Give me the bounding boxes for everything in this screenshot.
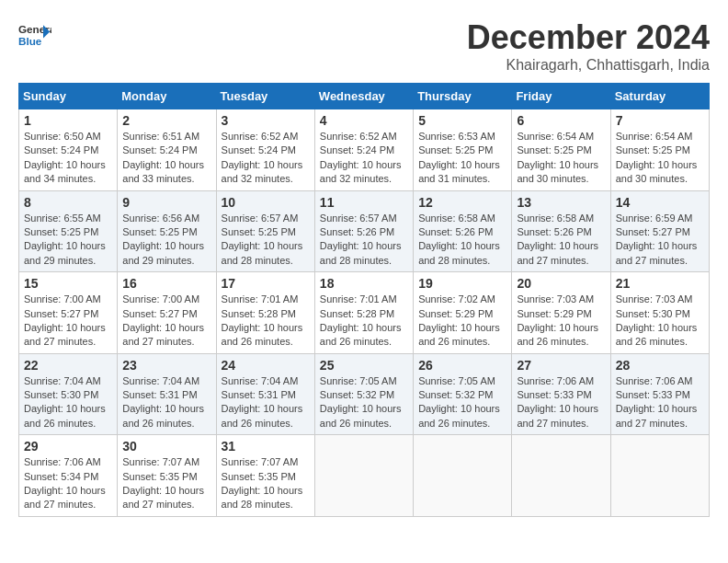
calendar-header-row: Sunday Monday Tuesday Wednesday Thursday… [19, 84, 710, 109]
day-info: Sunrise: 7:01 AM Sunset: 5:28 PM Dayligh… [222, 293, 310, 350]
table-row: 4 Sunrise: 6:52 AM Sunset: 5:24 PM Dayli… [314, 109, 413, 191]
day-info: Sunrise: 6:53 AM Sunset: 5:25 PM Dayligh… [418, 130, 506, 187]
day-number: 29 [24, 439, 112, 454]
table-row: 3 Sunrise: 6:52 AM Sunset: 5:24 PM Dayli… [216, 109, 314, 191]
day-info: Sunrise: 7:06 AM Sunset: 5:33 PM Dayligh… [517, 374, 605, 431]
day-number: 6 [517, 113, 605, 128]
header-sunday: Sunday [19, 84, 118, 109]
table-row: 11 Sunrise: 6:57 AM Sunset: 5:26 PM Dayl… [314, 190, 413, 272]
svg-text:Blue: Blue [18, 35, 42, 47]
day-number: 3 [222, 113, 310, 128]
day-number: 21 [616, 276, 704, 291]
logo: General Blue [18, 18, 51, 52]
table-row: 1 Sunrise: 6:50 AM Sunset: 5:24 PM Dayli… [19, 109, 118, 191]
day-info: Sunrise: 6:51 AM Sunset: 5:24 PM Dayligh… [122, 130, 210, 187]
day-number: 23 [122, 358, 210, 373]
calendar-week-row: 8 Sunrise: 6:55 AM Sunset: 5:25 PM Dayli… [19, 190, 710, 272]
day-info: Sunrise: 7:06 AM Sunset: 5:34 PM Dayligh… [24, 455, 112, 512]
table-row: 25 Sunrise: 7:05 AM Sunset: 5:32 PM Dayl… [314, 353, 413, 435]
title-section: December 2024 Khairagarh, Chhattisgarh, … [467, 18, 710, 74]
header-thursday: Thursday [414, 84, 512, 109]
day-info: Sunrise: 6:55 AM Sunset: 5:25 PM Dayligh… [24, 212, 112, 269]
table-row: 19 Sunrise: 7:02 AM Sunset: 5:29 PM Dayl… [414, 272, 512, 354]
month-title: December 2024 [467, 18, 710, 57]
day-info: Sunrise: 7:04 AM Sunset: 5:31 PM Dayligh… [222, 374, 310, 431]
table-row: 18 Sunrise: 7:01 AM Sunset: 5:28 PM Dayl… [314, 272, 413, 354]
header-saturday: Saturday [610, 84, 709, 109]
page-header: General Blue December 2024 Khairagarh, C… [18, 18, 710, 74]
header-friday: Friday [512, 84, 610, 109]
day-info: Sunrise: 7:07 AM Sunset: 5:35 PM Dayligh… [122, 455, 210, 512]
day-number: 25 [320, 358, 408, 373]
table-row [610, 435, 709, 517]
day-number: 7 [616, 113, 704, 128]
day-info: Sunrise: 6:58 AM Sunset: 5:26 PM Dayligh… [418, 212, 506, 269]
table-row: 26 Sunrise: 7:05 AM Sunset: 5:32 PM Dayl… [414, 353, 512, 435]
table-row: 9 Sunrise: 6:56 AM Sunset: 5:25 PM Dayli… [118, 190, 216, 272]
table-row: 24 Sunrise: 7:04 AM Sunset: 5:31 PM Dayl… [216, 353, 314, 435]
table-row: 7 Sunrise: 6:54 AM Sunset: 5:25 PM Dayli… [610, 109, 709, 191]
day-info: Sunrise: 7:00 AM Sunset: 5:27 PM Dayligh… [24, 293, 112, 350]
table-row [512, 435, 610, 517]
table-row: 23 Sunrise: 7:04 AM Sunset: 5:31 PM Dayl… [118, 353, 216, 435]
day-number: 19 [418, 276, 506, 291]
day-info: Sunrise: 7:04 AM Sunset: 5:30 PM Dayligh… [24, 374, 112, 431]
day-number: 12 [418, 195, 506, 210]
day-info: Sunrise: 7:07 AM Sunset: 5:35 PM Dayligh… [222, 455, 310, 512]
calendar-week-row: 29 Sunrise: 7:06 AM Sunset: 5:34 PM Dayl… [19, 435, 710, 517]
day-info: Sunrise: 7:00 AM Sunset: 5:27 PM Dayligh… [122, 293, 210, 350]
day-info: Sunrise: 7:01 AM Sunset: 5:28 PM Dayligh… [320, 293, 408, 350]
day-number: 15 [24, 276, 112, 291]
day-number: 27 [517, 358, 605, 373]
day-number: 10 [222, 195, 310, 210]
day-number: 30 [122, 439, 210, 454]
day-number: 28 [616, 358, 704, 373]
day-info: Sunrise: 6:59 AM Sunset: 5:27 PM Dayligh… [616, 212, 704, 269]
day-number: 9 [122, 195, 210, 210]
day-info: Sunrise: 6:58 AM Sunset: 5:26 PM Dayligh… [517, 212, 605, 269]
table-row [314, 435, 413, 517]
day-number: 26 [418, 358, 506, 373]
day-number: 5 [418, 113, 506, 128]
day-info: Sunrise: 7:04 AM Sunset: 5:31 PM Dayligh… [122, 374, 210, 431]
day-number: 1 [24, 113, 112, 128]
day-number: 4 [320, 113, 408, 128]
day-number: 13 [517, 195, 605, 210]
day-info: Sunrise: 6:56 AM Sunset: 5:25 PM Dayligh… [122, 212, 210, 269]
table-row: 12 Sunrise: 6:58 AM Sunset: 5:26 PM Dayl… [414, 190, 512, 272]
day-number: 16 [122, 276, 210, 291]
day-number: 11 [320, 195, 408, 210]
table-row: 30 Sunrise: 7:07 AM Sunset: 5:35 PM Dayl… [118, 435, 216, 517]
day-info: Sunrise: 6:57 AM Sunset: 5:26 PM Dayligh… [320, 212, 408, 269]
table-row: 15 Sunrise: 7:00 AM Sunset: 5:27 PM Dayl… [19, 272, 118, 354]
day-info: Sunrise: 6:54 AM Sunset: 5:25 PM Dayligh… [616, 130, 704, 187]
calendar-body: 1 Sunrise: 6:50 AM Sunset: 5:24 PM Dayli… [19, 109, 710, 517]
day-info: Sunrise: 6:50 AM Sunset: 5:24 PM Dayligh… [24, 130, 112, 187]
table-row: 8 Sunrise: 6:55 AM Sunset: 5:25 PM Dayli… [19, 190, 118, 272]
day-number: 22 [24, 358, 112, 373]
day-info: Sunrise: 6:52 AM Sunset: 5:24 PM Dayligh… [320, 130, 408, 187]
day-number: 31 [222, 439, 310, 454]
table-row: 29 Sunrise: 7:06 AM Sunset: 5:34 PM Dayl… [19, 435, 118, 517]
header-wednesday: Wednesday [314, 84, 413, 109]
day-number: 14 [616, 195, 704, 210]
table-row: 28 Sunrise: 7:06 AM Sunset: 5:33 PM Dayl… [610, 353, 709, 435]
day-info: Sunrise: 7:05 AM Sunset: 5:32 PM Dayligh… [320, 374, 408, 431]
location-title: Khairagarh, Chhattisgarh, India [467, 57, 710, 74]
header-tuesday: Tuesday [216, 84, 314, 109]
table-row: 6 Sunrise: 6:54 AM Sunset: 5:25 PM Dayli… [512, 109, 610, 191]
day-number: 8 [24, 195, 112, 210]
day-info: Sunrise: 6:52 AM Sunset: 5:24 PM Dayligh… [222, 130, 310, 187]
day-info: Sunrise: 7:05 AM Sunset: 5:32 PM Dayligh… [418, 374, 506, 431]
header-monday: Monday [118, 84, 216, 109]
day-number: 24 [222, 358, 310, 373]
table-row: 17 Sunrise: 7:01 AM Sunset: 5:28 PM Dayl… [216, 272, 314, 354]
calendar-week-row: 22 Sunrise: 7:04 AM Sunset: 5:30 PM Dayl… [19, 353, 710, 435]
logo-icon: General Blue [18, 18, 51, 52]
calendar-table: Sunday Monday Tuesday Wednesday Thursday… [18, 83, 710, 517]
day-info: Sunrise: 7:03 AM Sunset: 5:30 PM Dayligh… [616, 293, 704, 350]
calendar-week-row: 1 Sunrise: 6:50 AM Sunset: 5:24 PM Dayli… [19, 109, 710, 191]
table-row: 10 Sunrise: 6:57 AM Sunset: 5:25 PM Dayl… [216, 190, 314, 272]
day-info: Sunrise: 7:03 AM Sunset: 5:29 PM Dayligh… [517, 293, 605, 350]
day-number: 2 [122, 113, 210, 128]
